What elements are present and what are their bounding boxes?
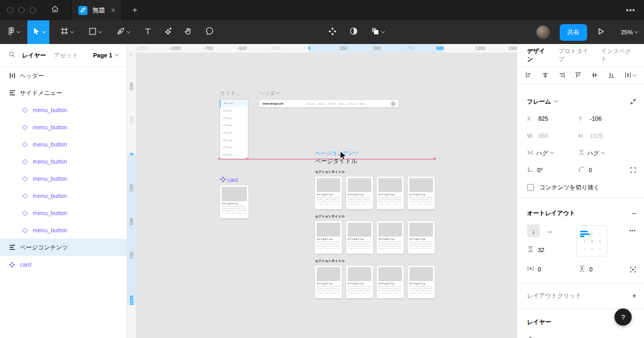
remove-auto-layout-icon[interactable]: − — [632, 209, 636, 218]
wireframe-card[interactable]: タイトルタイトルテキストテキストテキストテキストテキストテキストテキストテキスト… — [346, 266, 373, 298]
layer-row-menu_button[interactable]: menu_button — [0, 136, 127, 153]
use-as-mask-button[interactable] — [345, 20, 362, 44]
align-top-icon[interactable] — [575, 71, 581, 80]
layer-row-menu_button[interactable]: menu_button — [0, 187, 127, 204]
vertical-sizing-select[interactable]: ハグ — [579, 148, 604, 158]
layer-row-menu_button[interactable]: menu_button — [0, 204, 127, 222]
share-button[interactable]: 共有 — [560, 24, 587, 41]
text-tool-button[interactable] — [140, 20, 156, 44]
auto-layout-options-icon[interactable]: ⋯ — [630, 227, 637, 234]
chevron-down-icon — [127, 30, 130, 33]
comment-tool-button[interactable] — [201, 20, 218, 44]
horizontal-sizing-select[interactable]: ハグ — [527, 148, 553, 158]
item-spacing-field[interactable]: 32 — [527, 245, 544, 255]
overflow-menu-icon[interactable]: ••• — [626, 6, 635, 14]
window-minimize-button[interactable] — [18, 7, 25, 13]
wireframe-card[interactable]: タイトルタイトルテキストテキストテキストテキストテキストテキストテキストテキスト… — [377, 266, 404, 298]
wireframe-card[interactable]: タイトルタイトルテキストテキストテキストテキストテキストテキストテキストテキスト… — [408, 177, 435, 209]
selection-handle-icon[interactable]: × — [246, 157, 248, 161]
align-bottom-icon[interactable] — [608, 71, 614, 80]
independent-padding-icon[interactable] — [630, 266, 636, 273]
direction-down-button[interactable]: ↓ — [527, 224, 540, 237]
pen-tool-button[interactable] — [112, 20, 134, 44]
wireframe-card[interactable]: タイトルタイトルテキストテキストテキストテキストテキストテキストテキストテキスト… — [315, 266, 342, 298]
blend-mode-select[interactable]: パススル — [527, 335, 562, 338]
wireframe-card[interactable]: タイトルタイトルテキストテキストテキストテキストテキストテキストテキストテキスト… — [346, 177, 373, 209]
width-field[interactable]: W888 — [527, 133, 548, 139]
layer-row-サイドメニュー[interactable]: サイドメニュー — [0, 84, 127, 101]
wireframe-card[interactable]: タイトルタイトルテキストテキストテキストテキストテキストテキストテキストテキスト… — [408, 221, 435, 254]
file-tab[interactable]: 無題 × — [71, 0, 122, 20]
create-component-button[interactable] — [324, 20, 341, 44]
wireframe-card[interactable]: タイトルタイトルテキストテキストテキストテキストテキストテキストテキストテキスト… — [377, 221, 404, 254]
layer-row-menu_button[interactable]: menu_button — [0, 170, 127, 187]
zoom-menu[interactable]: 25% — [621, 29, 638, 35]
component-label-card[interactable]: card — [220, 177, 238, 183]
tab-layers[interactable]: レイヤー — [22, 52, 46, 60]
new-tab-button[interactable]: + — [132, 5, 137, 16]
layer-row-ページコンテンツ[interactable]: ページコンテンツ — [0, 239, 127, 256]
tab-inspect[interactable]: インスペクト — [601, 47, 634, 63]
window-close-button[interactable] — [7, 7, 13, 13]
vertical-padding-field[interactable]: 0 — [579, 264, 592, 274]
corner-radius-field[interactable]: 0 — [579, 165, 592, 175]
user-avatar[interactable] — [536, 25, 550, 39]
selection-handle-icon[interactable]: × — [434, 157, 436, 161]
align-vertical-center-icon[interactable] — [591, 71, 598, 80]
layer-row-menu_button[interactable]: menu_button — [0, 153, 127, 170]
distribute-menu[interactable] — [625, 71, 636, 80]
wireframe-card[interactable]: タイトルタイトルテキストテキストテキストテキストテキストテキストテキストテキスト… — [315, 177, 342, 209]
layer-row-menu_button[interactable]: menu_button — [0, 119, 127, 136]
align-horizontal-center-icon[interactable] — [542, 71, 548, 80]
selection-handle-icon[interactable]: × — [218, 157, 221, 161]
page-title-text[interactable]: ページタイトル — [315, 157, 357, 165]
resources-button[interactable] — [159, 20, 177, 44]
main-menu-button[interactable] — [3, 20, 24, 44]
layer-row-menu_button[interactable]: menu_button — [0, 222, 127, 239]
frame-label-header[interactable]: ヘッダー — [259, 90, 280, 97]
layer-row-card[interactable]: card — [0, 256, 127, 273]
direction-right-button[interactable]: → — [543, 224, 555, 237]
ruler-selection-highlight — [127, 154, 136, 305]
add-layout-grid-icon[interactable]: + — [632, 291, 636, 300]
hand-tool-button[interactable] — [180, 20, 197, 44]
canvas-card-component[interactable]: タイトルタイトルテキストテキストテキストテキストテキストテキストテキストテキスト… — [220, 185, 248, 218]
home-button[interactable] — [45, 0, 65, 20]
wireframe-card[interactable]: タイトルタイトルテキストテキストテキストテキストテキストテキストテキストテキスト… — [377, 177, 404, 209]
canvas[interactable]: -1250-1000-750-500-250025050075088812501… — [127, 44, 517, 338]
wireframe-card[interactable]: タイトルタイトルテキストテキストテキストテキストテキストテキストテキストテキスト… — [315, 221, 342, 254]
layer-row-menu_button[interactable]: menu_button — [0, 101, 127, 119]
layer-row-ヘッダー[interactable]: ヘッダー — [0, 67, 127, 84]
y-position-field[interactable]: Y-106 — [579, 115, 602, 122]
frame-label-side-menu[interactable]: サイド... — [220, 90, 246, 97]
align-right-icon[interactable] — [559, 71, 565, 80]
tab-prototype[interactable]: プロトタイプ — [559, 47, 592, 63]
clip-content-checkbox[interactable] — [527, 184, 534, 191]
canvas-frame-header[interactable]: xxxxx-design.com メニューボタンメニューボタンメニューボタン — [259, 100, 398, 107]
boolean-groups-button[interactable] — [367, 20, 389, 44]
toolbar: 共有 25% — [0, 20, 644, 44]
frame-section-title[interactable]: フレーム — [527, 98, 558, 106]
frame-tool-button[interactable] — [56, 20, 78, 44]
present-button[interactable] — [592, 20, 609, 44]
page-selector[interactable]: Page 1 — [93, 52, 118, 58]
collapse-panel-icon[interactable] — [630, 98, 636, 105]
window-zoom-button[interactable] — [30, 7, 36, 13]
align-left-icon[interactable] — [525, 71, 532, 80]
shape-tool-button[interactable] — [84, 20, 106, 44]
horizontal-padding-field[interactable]: 0 — [527, 264, 541, 274]
wireframe-card[interactable]: タイトルタイトルテキストテキストテキストテキストテキストテキストテキストテキスト… — [408, 266, 435, 298]
frame-label-page-content[interactable]: ページコンテンツ — [315, 150, 359, 157]
independent-corners-icon[interactable] — [630, 167, 636, 173]
tab-assets[interactable]: アセット — [54, 52, 78, 60]
tab-design[interactable]: デザイン — [527, 47, 550, 63]
x-position-field[interactable]: X825 — [527, 115, 548, 122]
canvas-frame-side-menu[interactable]: メニューメニューメニューメニューメニューメニューメニューメニュー — [220, 100, 248, 159]
rotation-field[interactable]: 0° — [527, 165, 543, 175]
height-field[interactable]: H1029 — [579, 133, 603, 139]
wireframe-card[interactable]: タイトルタイトルテキストテキストテキストテキストテキストテキストテキストテキスト… — [346, 221, 373, 254]
search-icon[interactable] — [9, 50, 16, 60]
tab-close-icon[interactable]: × — [111, 6, 115, 14]
move-tool-button[interactable] — [27, 20, 49, 44]
help-button[interactable]: ? — [614, 308, 632, 326]
